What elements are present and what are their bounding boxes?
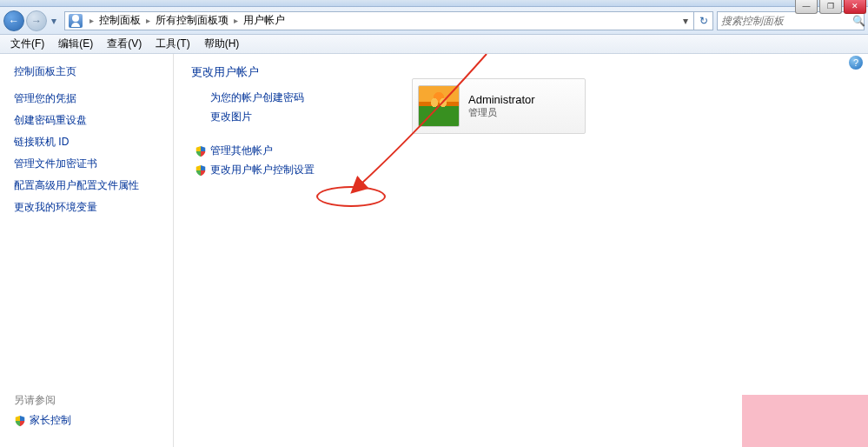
- crumb-sep-icon: ▸: [142, 16, 154, 25]
- refresh-button[interactable]: ↻: [694, 11, 713, 30]
- address-bar[interactable]: ▸ 控制面板 ▸ 所有控制面板项 ▸ 用户帐户 ▾: [64, 11, 694, 30]
- menu-view[interactable]: 查看(V): [100, 35, 149, 53]
- account-role: 管理员: [468, 106, 535, 119]
- menu-edit[interactable]: 编辑(E): [51, 35, 100, 53]
- crumb-sep-icon: ▸: [230, 16, 242, 25]
- menu-file[interactable]: 文件(F): [3, 35, 51, 53]
- shield-icon: [195, 145, 207, 157]
- user-accounts-icon: [69, 14, 83, 28]
- sidebar-link-online-id[interactable]: 链接联机 ID: [14, 135, 159, 150]
- task-label: 管理其他帐户: [210, 143, 273, 158]
- annotation-circle: [316, 186, 386, 207]
- sidebar-link-credentials[interactable]: 管理您的凭据: [14, 91, 159, 106]
- shield-icon: [195, 164, 207, 177]
- back-button[interactable]: ←: [3, 10, 24, 31]
- breadcrumb-user-accounts[interactable]: 用户帐户: [242, 13, 287, 28]
- task-label: 更改用户帐户控制设置: [210, 163, 315, 177]
- window-controls: — ❐ ✕: [793, 0, 866, 14]
- menu-help[interactable]: 帮助(H): [197, 35, 247, 53]
- parental-controls-label: 家长控制: [30, 413, 71, 428]
- crumb-sep-icon: ▸: [86, 16, 97, 25]
- account-tile[interactable]: Administrator 管理员: [412, 78, 586, 134]
- sidebar: 控制面板主页 管理您的凭据 创建密码重设盘 链接联机 ID 管理文件加密证书 配…: [0, 54, 174, 447]
- shield-icon: [14, 415, 26, 427]
- account-name: Administrator: [468, 93, 535, 106]
- main-content: ? 更改用户帐户 为您的帐户创建密码 更改图片 管理其他帐户 更改用户帐户控制设…: [174, 54, 868, 447]
- close-button[interactable]: ✕: [844, 0, 866, 14]
- help-icon[interactable]: ?: [849, 56, 863, 70]
- sidebar-link-advanced-profile[interactable]: 配置高级用户配置文件属性: [14, 178, 159, 193]
- sidebar-link-encryption-cert[interactable]: 管理文件加密证书: [14, 157, 159, 171]
- sidebar-home-link[interactable]: 控制面板主页: [14, 64, 159, 79]
- breadcrumb-control-panel[interactable]: 控制面板: [97, 13, 142, 28]
- avatar: [418, 85, 460, 127]
- sidebar-link-env-vars[interactable]: 更改我的环境变量: [14, 200, 159, 215]
- menu-bar: 文件(F) 编辑(E) 查看(V) 工具(T) 帮助(H): [0, 35, 868, 54]
- breadcrumb-all-items[interactable]: 所有控制面板项: [154, 13, 230, 28]
- search-icon[interactable]: 🔍: [852, 15, 865, 27]
- forward-button[interactable]: →: [26, 10, 47, 31]
- search-input[interactable]: [721, 15, 852, 27]
- parental-controls-link[interactable]: 家长控制: [14, 413, 159, 428]
- menu-tools[interactable]: 工具(T): [149, 35, 196, 53]
- watermark: [742, 395, 868, 447]
- body: 控制面板主页 管理您的凭据 创建密码重设盘 链接联机 ID 管理文件加密证书 配…: [0, 54, 868, 447]
- sidebar-link-reset-disk[interactable]: 创建密码重设盘: [14, 113, 159, 128]
- minimize-button[interactable]: —: [795, 0, 818, 14]
- task-change-uac-settings[interactable]: 更改用户帐户控制设置: [195, 163, 851, 177]
- task-manage-other-accounts[interactable]: 管理其他帐户: [195, 143, 851, 158]
- address-dropdown-icon[interactable]: ▾: [681, 15, 690, 27]
- maximize-button[interactable]: ❐: [819, 0, 842, 14]
- nav-history-dropdown[interactable]: ▾: [49, 13, 59, 29]
- navigation-bar: ← → ▾ ▸ 控制面板 ▸ 所有控制面板项 ▸ 用户帐户 ▾ ↻ 🔍: [0, 7, 868, 35]
- titlebar: — ❐ ✕: [0, 0, 868, 7]
- see-also-label: 另请参阅: [14, 393, 159, 408]
